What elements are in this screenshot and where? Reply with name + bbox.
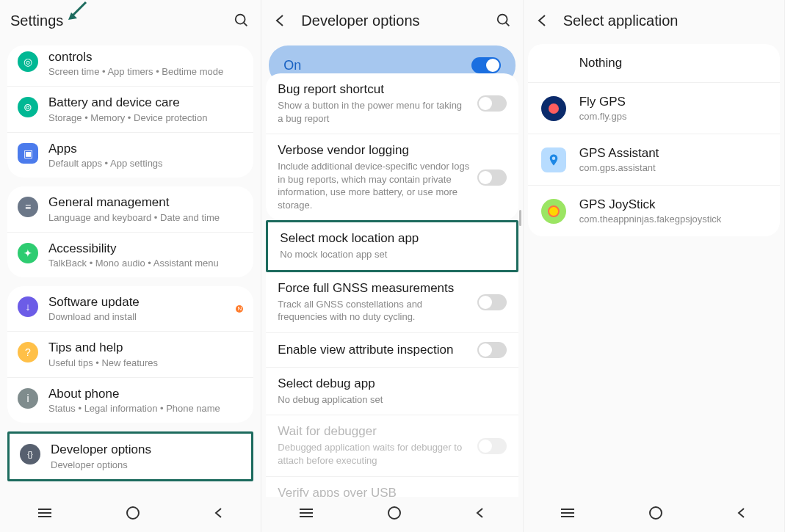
toggle[interactable] [477,342,507,358]
home-button[interactable] [126,506,140,523]
dev-item-sub: Include additional device-specific vendo… [278,160,469,211]
select-application-panel: Select application Nothing Fly GPS com.f… [524,0,785,532]
settings-item-sub: Screen time • App timers • Bedtime mode [48,66,243,77]
developer-header: Developer options [261,0,522,41]
device-care-icon: ⊚ [18,97,38,117]
recents-button[interactable] [37,508,53,521]
dev-item-title: Select mock location app [280,231,504,246]
settings-item-title: General management [48,195,243,210]
app-item-title: GPS Assistant [579,146,659,161]
svg-point-0 [236,15,245,24]
dev-item-verify-apps-usb: Verify apps over USB Check apps installe… [266,476,518,497]
dev-item-title: Verbose vendor logging [278,143,469,158]
android-navbar [524,497,784,532]
dev-item-select-debug-app[interactable]: Select debug app No debug application se… [266,367,518,415]
app-item-title: GPS JoyStick [579,197,722,212]
recents-button[interactable] [560,508,576,521]
apps-icon: ▣ [18,143,38,164]
settings-item-title: Tips and help [48,340,243,355]
settings-item-battery[interactable]: ⊚ Battery and device care Storage • Memo… [7,86,253,131]
settings-item-title: Software update [48,295,236,310]
dev-item-sub: Debugged application waits for debugger … [278,441,469,467]
dev-item-title: Verify apps over USB [278,486,506,497]
settings-item-sub: Storage • Memory • Device protection [48,112,243,123]
settings-item-sub: Status • Legal information • Phone name [48,403,243,414]
recents-button[interactable] [298,508,314,521]
back-button[interactable] [474,507,486,522]
settings-item-title: Developer options [51,442,241,457]
settings-item-accessibility[interactable]: ✦ Accessibility TalkBack • Mono audio • … [7,232,253,277]
settings-item-about[interactable]: i About phone Status • Legal information… [7,377,253,423]
back-icon[interactable] [272,14,289,27]
wellbeing-icon: ◎ [18,51,38,72]
settings-item-title: Accessibility [48,241,243,256]
settings-item-sub: Useful tips • New features [48,357,243,368]
back-button[interactable] [736,507,748,522]
settings-item-controls[interactable]: ◎ controls Screen time • App timers • Be… [7,45,253,86]
svg-line-9 [505,23,509,26]
settings-item-developer-options[interactable]: {} Developer options Developer options [10,434,251,478]
home-button[interactable] [387,506,402,523]
general-management-icon: ≡ [18,197,38,217]
app-item-sub: com.fly.gps [579,111,627,122]
master-toggle[interactable] [471,57,501,73]
app-item-nothing[interactable]: Nothing [528,44,780,82]
dev-item-verbose-vendor-logging[interactable]: Verbose vendor logging Include additiona… [266,134,518,220]
app-item-gps-joystick[interactable]: GPS JoyStick com.theappninjas.fakegpsjoy… [528,185,780,236]
settings-item-sub: Download and install [48,311,236,322]
master-toggle-label: On [283,58,301,73]
app-item-title: Fly GPS [579,95,627,109]
dev-item-sub: Track all GNSS constellations and freque… [278,298,469,324]
dev-item-title: Select debug app [278,376,506,391]
scrollbar-indicator[interactable] [519,210,521,226]
page-title: Select application [563,12,774,29]
settings-item-sub: Default apps • App settings [48,158,243,169]
developer-content: On Bug report shortcut Show a button in … [261,41,522,497]
developer-options-icon: {} [20,444,40,464]
dev-item-select-mock-location-app[interactable]: Select mock location app No mock locatio… [268,222,516,270]
home-button[interactable] [648,506,663,523]
settings-item-apps[interactable]: ▣ Apps Default apps • App settings [7,132,253,178]
svg-point-17 [650,507,662,519]
settings-item-software-update[interactable]: ↓ Software update Download and install N [7,286,253,331]
settings-item-sub: TalkBack • Mono audio • Assistant menu [48,258,243,269]
settings-item-general[interactable]: ≡ General management Language and keyboa… [7,186,253,231]
dev-item-title: Wait for debugger [278,424,469,439]
settings-item-title: About phone [48,387,243,401]
dev-item-title: Bug report shortcut [278,82,469,97]
toggle [477,438,507,454]
back-button[interactable] [213,507,225,522]
toggle[interactable] [477,95,507,112]
update-badge: N [236,305,243,313]
app-item-gps-assistant[interactable]: GPS Assistant com.gps.assistant [528,134,780,185]
app-item-sub: com.theappninjas.fakegpsjoystick [579,214,722,225]
select-app-header: Select application [524,0,784,41]
developer-options-panel: Developer options On Bug report shortcut… [261,0,523,532]
search-icon[interactable] [233,12,250,29]
dev-item-sub: No debug application set [278,393,506,407]
toggle[interactable] [477,170,507,186]
android-navbar [261,497,522,532]
svg-point-8 [497,15,507,24]
dev-item-bug-report-shortcut[interactable]: Bug report shortcut Show a button in the… [266,73,518,134]
app-item-fly-gps[interactable]: Fly GPS com.fly.gps [528,82,780,134]
settings-item-tips[interactable]: ? Tips and help Useful tips • New featur… [7,331,253,376]
dev-item-title: Force full GNSS measurements [278,281,469,296]
settings-header: Settings [0,0,261,41]
search-icon[interactable] [495,12,513,29]
settings-item-title: Apps [48,142,243,156]
settings-item-sub: Language and keyboard • Date and time [48,212,243,223]
accessibility-icon: ✦ [18,243,38,263]
page-title: Developer options [301,12,482,29]
svg-point-13 [388,507,400,519]
dev-item-view-attribute-inspection[interactable]: Enable view attribute inspection [266,332,518,367]
toggle[interactable] [477,294,507,310]
select-app-content: Nothing Fly GPS com.fly.gps GPS Assistan… [524,41,784,497]
app-icon [541,147,566,172]
app-icon [541,96,566,121]
highlight-select-mock-location: Select mock location app No mock locatio… [266,220,518,272]
dev-item-title: Enable view attribute inspection [278,343,469,357]
back-icon[interactable] [534,14,551,27]
dev-item-force-gnss[interactable]: Force full GNSS measurements Track all G… [266,272,518,332]
app-item-title: Nothing [579,56,623,70]
